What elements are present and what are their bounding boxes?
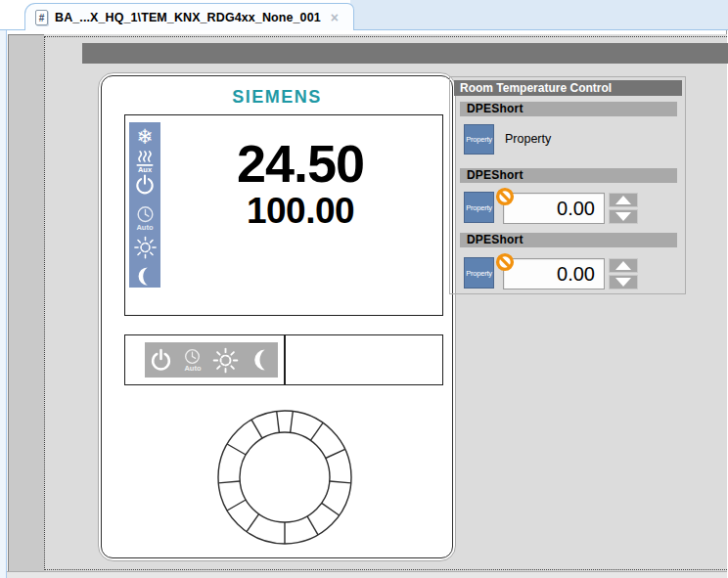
selection-marquee [44, 36, 727, 570]
tab-strip-empty [350, 0, 728, 29]
canvas-margin [8, 34, 44, 571]
editor-content-area: SIEMENS ❄ Aux [7, 30, 727, 578]
tab-title: BA_...X_HQ_1\TEM_KNX_RDG4xx_None_001 [55, 11, 321, 24]
panel-tab[interactable]: # BA_...X_HQ_1\TEM_KNX_RDG4xx_None_001 × [24, 3, 354, 30]
tab-bar: # BA_...X_HQ_1\TEM_KNX_RDG4xx_None_001 × [0, 0, 728, 30]
tab-close-icon[interactable]: × [331, 11, 339, 24]
canvas-bottom-edge [7, 571, 727, 578]
panel-document-icon: # [35, 10, 48, 25]
window-left-frame [0, 30, 7, 578]
